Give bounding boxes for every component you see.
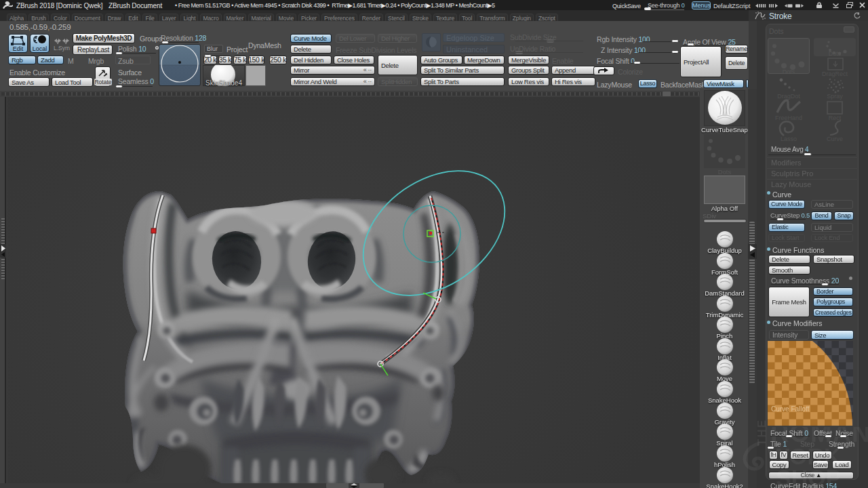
svg-text:Curve Falloff: Curve Falloff: [771, 405, 810, 413]
